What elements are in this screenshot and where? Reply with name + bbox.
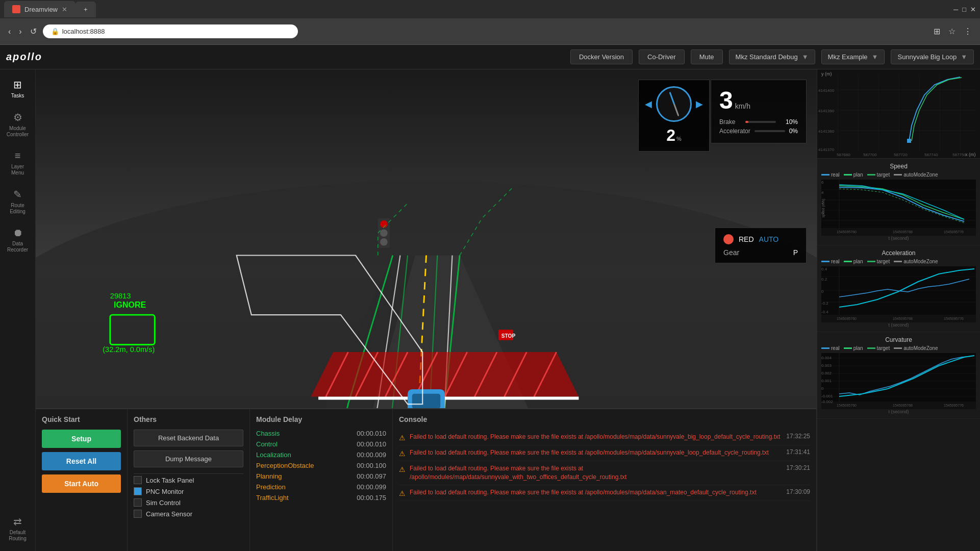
co-driver-btn[interactable]: Co-Driver [639, 49, 685, 64]
sidebar-item-route-editing[interactable]: ✎ Route Editing [2, 183, 34, 220]
camera-sensor-checkbox[interactable] [134, 510, 142, 518]
vehicle-select[interactable]: Mkz Example ▼ [821, 49, 885, 64]
mute-btn[interactable]: Mute [691, 49, 723, 64]
accel-legend-plan: plan [844, 259, 863, 264]
planning-delay-name: Planning [256, 472, 282, 480]
signal-panel: RED AUTO Gear P [715, 228, 807, 263]
back-btn[interactable]: ‹ [6, 25, 13, 38]
svg-rect-50 [907, 139, 911, 143]
accel-auto-color [894, 261, 902, 262]
console-text-0: Failed to load default routing. Please m… [410, 433, 782, 441]
accel-chart-svg: 0.4 0.2 0 -0.2 -0.4 1545095760 154509576… [821, 266, 976, 322]
sidebar-item-layer-menu[interactable]: ≡ Layer Menu [2, 145, 34, 181]
svg-point-19 [380, 229, 388, 237]
gear-value: P [793, 248, 798, 257]
debug-mode-select[interactable]: Mkz Standard Debug ▼ [729, 49, 815, 64]
lock-task-checkbox[interactable] [134, 476, 142, 484]
speed-target-color [867, 174, 875, 176]
curv-real-color [821, 347, 830, 349]
address-bar[interactable]: 🔒 localhost:8888 [43, 24, 298, 38]
settings-btn[interactable]: ⋮ [962, 24, 974, 38]
extensions-btn[interactable]: ⊞ [932, 24, 942, 38]
compass-needle [669, 92, 679, 116]
module-controller-icon: ⚙ [13, 111, 22, 123]
sidebar-item-tasks[interactable]: ⊞ Tasks [2, 73, 34, 104]
localization-delay-name: Localization [256, 451, 291, 459]
signal-mode: AUTO [759, 235, 779, 243]
reset-all-btn[interactable]: Reset All [42, 452, 121, 470]
dump-message-btn[interactable]: Dump Message [134, 450, 243, 467]
new-tab-btn[interactable]: + [76, 2, 96, 17]
curv-legend-target: target [867, 345, 890, 351]
svg-text:-0.001: -0.001 [821, 394, 833, 398]
accel-real-color [821, 261, 830, 262]
accel-chart-container: Acceleration real plan target [817, 245, 980, 332]
accel-legend-real: real [821, 259, 840, 264]
accel-label: Accelerator [719, 128, 750, 135]
svg-text:587680: 587680 [837, 153, 850, 157]
console-time-3: 17:30:09 [786, 488, 810, 495]
docker-version-btn[interactable]: Docker Version [570, 49, 633, 64]
tab-close-btn[interactable]: ✕ [62, 6, 67, 13]
curvature-chart-legend: real plan target autoModeZone [821, 345, 976, 351]
reset-backend-btn[interactable]: Reset Backend Data [134, 430, 243, 446]
viewport[interactable]: STOP IGNORE 29813 (32.2m, 0.0m/s) [36, 69, 817, 408]
active-tab[interactable]: Dreamview ✕ [4, 1, 76, 17]
close-window-btn[interactable]: ✕ [970, 6, 976, 13]
charts-panel: y (m) x (m) 4141400 4141390 [817, 69, 980, 551]
mini-map-svg: y (m) x (m) 4141400 4141390 [817, 69, 980, 159]
console-messages[interactable]: ⚠ Failed to load default routing. Please… [399, 430, 810, 542]
minimize-btn[interactable]: ─ [953, 6, 958, 13]
speed-value: 3 [719, 86, 733, 114]
speed-auto-color [894, 174, 902, 176]
speed-panel: 3 km/h Brake 10% Accelerator [711, 80, 807, 143]
pnc-monitor-checkbox-row[interactable]: PNC Monitor [134, 487, 243, 495]
localization-delay-value: 00:00.009 [357, 451, 386, 459]
svg-text:6: 6 [821, 180, 824, 185]
compass-left-btn[interactable]: ◀ [645, 98, 652, 110]
svg-text:x (m): x (m) [965, 152, 976, 157]
pnc-monitor-checkbox[interactable] [134, 487, 142, 495]
svg-text:1545095776: 1545095776 [944, 404, 964, 407]
module-delay-title: Module Delay [256, 415, 386, 423]
svg-text:-0.002: -0.002 [821, 399, 833, 404]
setup-btn[interactable]: Setup [42, 430, 121, 448]
console-msg-2: ⚠ Failed to load default routing. Please… [399, 461, 810, 485]
module-delay-section: Module Delay Chassis 00:00.010 Control 0… [250, 409, 393, 551]
speed-legend-plan: plan [844, 172, 863, 178]
svg-text:1545095776: 1545095776 [944, 317, 964, 320]
speed-metrics: Brake 10% Accelerator 0% [719, 118, 798, 135]
sidebar-tasks-label: Tasks [11, 93, 24, 99]
signal-row: RED AUTO [723, 234, 798, 244]
default-routing-icon: ⇄ [13, 515, 22, 528]
forward-btn[interactable]: › [17, 25, 23, 38]
reload-btn[interactable]: ↺ [28, 24, 39, 38]
sidebar-item-module-controller[interactable]: ⚙ Module Controller [2, 106, 34, 143]
favicon [12, 5, 20, 13]
svg-marker-4 [311, 352, 579, 396]
maximize-btn[interactable]: □ [962, 6, 966, 13]
mini-map[interactable]: y (m) x (m) 4141400 4141390 [817, 69, 980, 159]
sidebar-item-data-recorder[interactable]: ⏺ Data Recorder [2, 222, 34, 258]
svg-text:0.4: 0.4 [821, 267, 827, 271]
curv-plan-color [844, 347, 852, 349]
prediction-delay-row: Prediction 00:00.099 [256, 483, 386, 491]
prediction-delay-name: Prediction [256, 483, 286, 491]
svg-text:IGNORE: IGNORE [114, 300, 146, 309]
camera-sensor-checkbox-row[interactable]: Camera Sensor [134, 510, 243, 518]
start-auto-btn[interactable]: Start Auto [42, 474, 121, 493]
sim-control-checkbox[interactable] [134, 498, 142, 507]
svg-text:-0.4: -0.4 [821, 310, 828, 314]
route-select[interactable]: Sunnyvale Big Loop ▼ [891, 49, 974, 64]
sidebar-default-routing-label: Default Routing [5, 530, 31, 542]
compass-right-btn[interactable]: ▶ [696, 98, 703, 110]
trafficlight-delay-value: 00:00.175 [357, 494, 386, 502]
svg-rect-78 [821, 353, 976, 402]
lock-task-checkbox-row[interactable]: Lock Task Panel [134, 476, 243, 484]
bookmark-btn[interactable]: ☆ [946, 24, 958, 38]
sim-control-checkbox-row[interactable]: Sim Control [134, 498, 243, 507]
speed-x-axis-label: t (second) [821, 236, 976, 241]
others-title: Others [134, 415, 243, 423]
svg-text:0.002: 0.002 [821, 371, 832, 375]
sidebar-item-default-routing[interactable]: ⇄ Default Routing [2, 510, 34, 547]
